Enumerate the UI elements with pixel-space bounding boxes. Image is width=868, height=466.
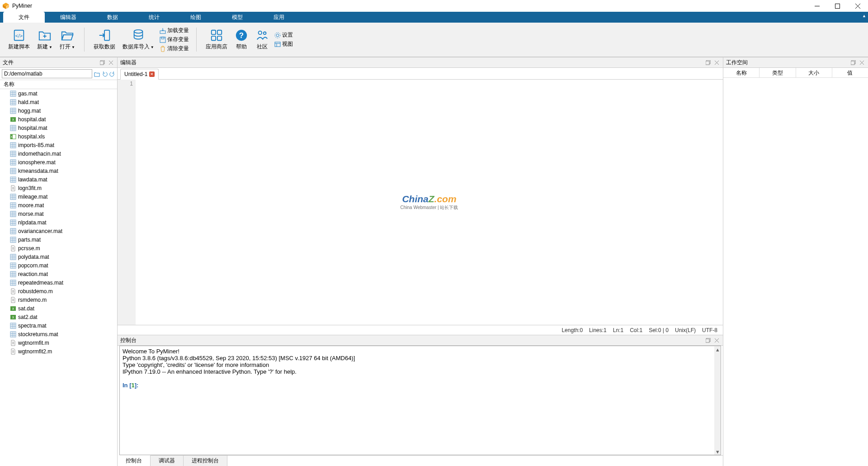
community-button[interactable]: 社区 bbox=[252, 28, 273, 52]
new-script-button[interactable]: </> 新建脚本 bbox=[5, 28, 33, 52]
ribbon-tab-5[interactable]: 模型 bbox=[217, 12, 258, 23]
file-icon bbox=[10, 202, 16, 209]
code-editor[interactable]: 1 ChinaZ.com China Webmaster | 站长下载 bbox=[118, 80, 723, 325]
folder-open-icon[interactable] bbox=[94, 71, 100, 77]
file-item[interactable]: wgtnormfit.m bbox=[0, 338, 117, 347]
close-button[interactable] bbox=[848, 0, 868, 12]
editor-tab[interactable]: Untitled-1 ✕ bbox=[120, 69, 159, 80]
new-button[interactable]: 新建▼ bbox=[33, 28, 56, 52]
save-var-button[interactable]: 保存变量 bbox=[158, 35, 191, 44]
clear-var-button[interactable]: 清除变量 bbox=[158, 44, 191, 53]
file-icon: X bbox=[10, 116, 16, 123]
status-sel: Sel:0 | 0 bbox=[649, 327, 669, 333]
console-tab[interactable]: 进程控制台 bbox=[184, 456, 227, 466]
scroll-down-icon[interactable]: ▾ bbox=[714, 448, 721, 455]
load-var-button[interactable]: 加载变量 bbox=[158, 26, 191, 35]
ribbon-tab-1[interactable]: 编辑器 bbox=[45, 12, 92, 23]
file-icon bbox=[10, 142, 16, 148]
file-item[interactable]: Xhospital.xls bbox=[0, 132, 117, 141]
ribbon-tab-3[interactable]: 统计 bbox=[133, 12, 175, 23]
file-name: hospital.mat bbox=[18, 125, 47, 131]
help-button[interactable]: ? 帮助 bbox=[231, 28, 252, 52]
pane-restore-icon[interactable] bbox=[704, 59, 712, 66]
file-item[interactable]: nlpdata.mat bbox=[0, 218, 117, 227]
file-item[interactable]: stockreturns.mat bbox=[0, 330, 117, 338]
file-item[interactable]: Xsat.dat bbox=[0, 304, 117, 313]
new-folder-icon bbox=[38, 29, 52, 42]
file-item[interactable]: lawdata.mat bbox=[0, 175, 117, 184]
svg-point-23 bbox=[264, 32, 266, 35]
file-item[interactable]: gas.mat bbox=[0, 89, 117, 98]
file-item[interactable]: mileage.mat bbox=[0, 192, 117, 201]
workspace-column-header[interactable]: 值 bbox=[832, 68, 868, 77]
maximize-button[interactable] bbox=[827, 0, 848, 12]
file-list[interactable]: gas.mathald.mathogg.matXhospital.dathosp… bbox=[0, 89, 117, 466]
file-item[interactable]: moore.mat bbox=[0, 201, 117, 209]
file-item[interactable]: popcorn.mat bbox=[0, 261, 117, 270]
file-item[interactable]: robustdemo.m bbox=[0, 287, 117, 295]
ribbon-collapse-icon[interactable]: ▲ bbox=[862, 14, 866, 18]
svg-rect-134 bbox=[10, 280, 16, 285]
ribbon-tab-6[interactable]: 应用 bbox=[258, 12, 300, 23]
ribbon-tab-0[interactable]: 文件 bbox=[3, 12, 45, 23]
file-name: hospital.xls bbox=[18, 133, 45, 140]
svg-rect-17 bbox=[217, 30, 222, 34]
file-item[interactable]: ovariancancer.mat bbox=[0, 227, 117, 235]
file-item[interactable]: hald.mat bbox=[0, 98, 117, 106]
file-item[interactable]: morse.mat bbox=[0, 209, 117, 218]
redo-icon[interactable] bbox=[109, 71, 115, 77]
svg-rect-73 bbox=[10, 168, 16, 174]
workspace-column-header[interactable]: 名称 bbox=[723, 68, 760, 77]
file-item[interactable]: ionosphere.mat bbox=[0, 158, 117, 166]
file-name: hogg.mat bbox=[18, 108, 41, 114]
file-item[interactable]: rsmdemo.m bbox=[0, 295, 117, 304]
settings-button[interactable]: 设置 bbox=[273, 31, 295, 40]
ribbon-tab-4[interactable]: 绘图 bbox=[175, 12, 217, 23]
pane-restore-icon[interactable] bbox=[99, 59, 106, 66]
workspace-column-header[interactable]: 类型 bbox=[760, 68, 796, 77]
ribbon-tab-2[interactable]: 数据 bbox=[92, 12, 133, 23]
pane-close-icon[interactable] bbox=[858, 59, 865, 66]
file-item[interactable]: Xhospital.dat bbox=[0, 115, 117, 124]
file-item[interactable]: hospital.mat bbox=[0, 124, 117, 132]
file-column-header[interactable]: 名称 bbox=[4, 81, 14, 88]
file-icon bbox=[10, 108, 16, 114]
file-item[interactable]: imports-85.mat bbox=[0, 141, 117, 149]
file-item[interactable]: spectra.mat bbox=[0, 321, 117, 330]
app-store-button[interactable]: 应用商店 bbox=[202, 28, 231, 52]
scrollbar[interactable]: ▴ ▾ bbox=[714, 346, 721, 455]
tab-close-icon[interactable]: ✕ bbox=[149, 71, 155, 77]
pane-close-icon[interactable] bbox=[713, 337, 720, 344]
pane-close-icon[interactable] bbox=[713, 59, 720, 66]
file-item[interactable]: hogg.mat bbox=[0, 106, 117, 115]
pane-close-icon[interactable] bbox=[107, 59, 114, 66]
file-icon bbox=[10, 159, 16, 166]
scroll-up-icon[interactable]: ▴ bbox=[714, 346, 721, 352]
file-item[interactable]: logn3fit.m bbox=[0, 184, 117, 192]
undo-icon[interactable] bbox=[101, 71, 108, 77]
file-item[interactable]: reaction.mat bbox=[0, 270, 117, 278]
get-data-button[interactable]: 获取数据 bbox=[90, 28, 119, 52]
file-item[interactable]: polydata.mat bbox=[0, 252, 117, 261]
console-tab[interactable]: 控制台 bbox=[118, 455, 151, 466]
view-button[interactable]: 视图 bbox=[273, 40, 295, 49]
file-item[interactable]: wgtnormfit2.m bbox=[0, 347, 117, 356]
file-item[interactable]: parts.mat bbox=[0, 235, 117, 244]
pane-restore-icon[interactable] bbox=[849, 59, 857, 66]
console-prompt[interactable]: In [1]: bbox=[123, 382, 718, 389]
path-input[interactable] bbox=[2, 69, 92, 78]
file-name: mileage.mat bbox=[18, 194, 47, 200]
console-output[interactable]: Welcome To PyMiner! Python 3.8.6 (tags/v… bbox=[119, 346, 721, 455]
pane-restore-icon[interactable] bbox=[704, 337, 712, 344]
apps-icon bbox=[210, 29, 223, 42]
file-item[interactable]: kmeansdata.mat bbox=[0, 166, 117, 175]
db-import-button[interactable]: 数据库导入▼ bbox=[119, 28, 158, 52]
file-item[interactable]: indomethacin.mat bbox=[0, 149, 117, 158]
console-tab[interactable]: 调试器 bbox=[151, 456, 184, 466]
minimize-button[interactable] bbox=[807, 0, 827, 12]
file-item[interactable]: Xsat2.dat bbox=[0, 313, 117, 321]
file-item[interactable]: repeatedmeas.mat bbox=[0, 278, 117, 287]
workspace-column-header[interactable]: 大小 bbox=[796, 68, 832, 77]
open-button[interactable]: 打开▼ bbox=[56, 28, 79, 52]
file-item[interactable]: pcrsse.m bbox=[0, 244, 117, 252]
